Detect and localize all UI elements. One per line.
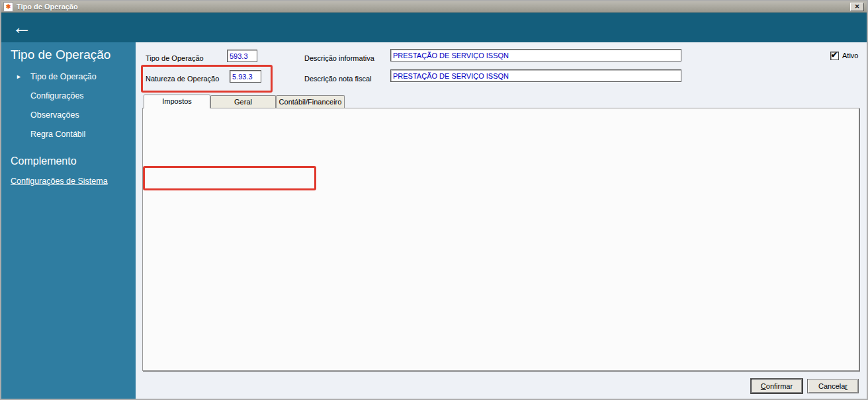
tab-impostos[interactable]: Impostos: [144, 95, 210, 108]
descricao-nota-fiscal-label: Descrição nota fiscal: [304, 73, 372, 85]
sidebar-link-configuracoes-de-sistema[interactable]: Configurações de Sistema: [11, 177, 108, 186]
sidebar-item-regra-contabil[interactable]: Regra Contábil: [30, 129, 85, 140]
back-icon: ←: [12, 16, 32, 38]
descricao-informativa-label: Descrição informativa: [304, 52, 374, 65]
tipo-de-operacao-window: ✱ Tipo de Operação ✕ ← Tipo de Operação …: [0, 0, 868, 400]
tipo-de-operacao-input[interactable]: [227, 50, 257, 62]
tab-contabil-financeiro[interactable]: Contábil/Financeiro: [276, 95, 345, 108]
close-button[interactable]: ✕: [850, 3, 864, 11]
checkmark-icon: ✔: [831, 50, 838, 60]
active-item-marker-icon: ►: [16, 73, 22, 81]
tab-geral[interactable]: Geral: [210, 95, 276, 108]
sidebar-heading: Tipo de Operação: [11, 48, 110, 62]
sidebar-item-observacoes[interactable]: Observações: [30, 110, 79, 120]
sidebar-item-tipo-de-operacao[interactable]: Tipo de Operação: [30, 71, 97, 82]
window-title: Tipo de Operação: [17, 3, 78, 11]
app-icon: ✱: [3, 2, 13, 12]
back-button[interactable]: ←: [12, 14, 32, 40]
descricao-informativa-input[interactable]: [390, 49, 681, 61]
close-icon: ✕: [855, 3, 860, 10]
sidebar-section-heading-complemento: Complemento: [11, 155, 77, 167]
sidebar-item-configuracoes[interactable]: Configurações: [30, 91, 84, 101]
title-bar: ✱ Tipo de Operação: [1, 1, 867, 13]
descricao-nota-fiscal-input[interactable]: [390, 69, 681, 82]
confirmar-button[interactable]: Confirmar: [751, 379, 803, 393]
tipo-de-operacao-label: Tipo de Operação: [146, 52, 204, 65]
ativo-label: Ativo: [842, 50, 858, 62]
ativo-checkbox[interactable]: ✔: [830, 52, 839, 60]
natureza-de-operacao-label: Natureza de Operação: [146, 73, 219, 85]
natureza-de-operacao-input[interactable]: [230, 70, 261, 83]
header-band: ←: [1, 13, 867, 42]
impostos-tab-panel: [142, 108, 859, 371]
cancelar-button[interactable]: Cancelar: [807, 379, 859, 393]
